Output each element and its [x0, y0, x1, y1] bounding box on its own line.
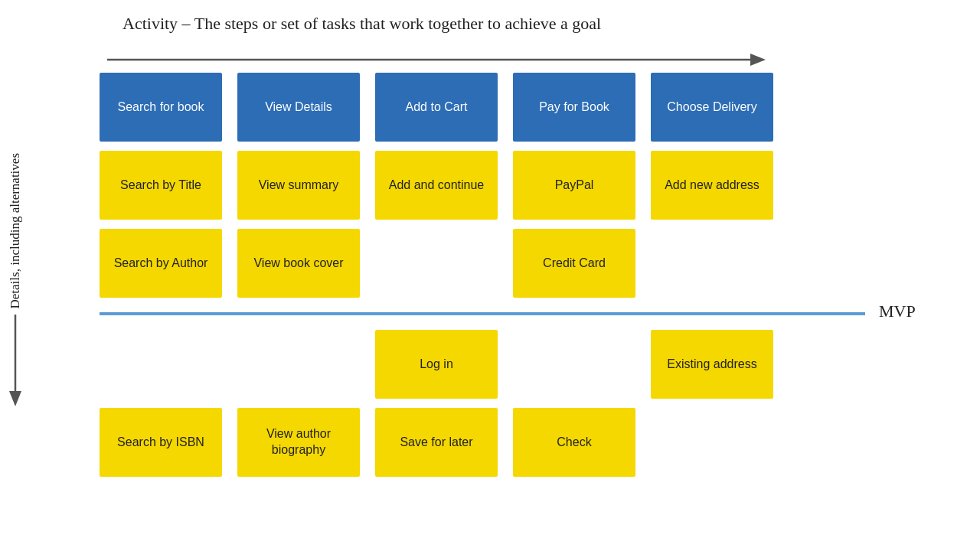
header-card-2: Add to Cart [375, 73, 498, 142]
header-card-1: View Details [237, 73, 360, 142]
header-card-0: Search for book [100, 73, 222, 142]
top-arrow [107, 52, 766, 67]
main-grid: Search for bookView DetailsAdd to CartPa… [100, 73, 773, 477]
task-below-0-2: Log in [375, 330, 498, 399]
task-above-0-1: View summary [237, 151, 360, 220]
task-above-0-4: Add new address [651, 151, 773, 220]
header-card-4: Choose Delivery [651, 73, 773, 142]
mvp-label: MVP [879, 302, 916, 321]
task-above-1-3: Credit Card [513, 229, 635, 298]
svg-marker-3 [9, 391, 21, 406]
task-below-0-4: Existing address [651, 330, 773, 399]
svg-marker-1 [750, 54, 766, 66]
task-above-1-1: View book cover [237, 229, 360, 298]
task-above-0-3: PayPal [513, 151, 635, 220]
task-below-1-0: Search by ISBN [100, 408, 222, 477]
mvp-line [100, 312, 865, 315]
task-below-1-2: Save for later [375, 408, 498, 477]
task-below-1-3: Check [513, 408, 635, 477]
y-axis-arrow [4, 315, 27, 406]
task-below-1-1: View author biography [237, 408, 360, 477]
page-title: Activity – The steps or set of tasks tha… [122, 14, 965, 34]
task-above-0-2: Add and continue [375, 151, 498, 220]
header-card-3: Pay for Book [513, 73, 635, 142]
task-above-0-0: Search by Title [100, 151, 222, 220]
y-axis-label: Details, including alternatives [4, 153, 27, 474]
task-above-1-0: Search by Author [100, 229, 222, 298]
